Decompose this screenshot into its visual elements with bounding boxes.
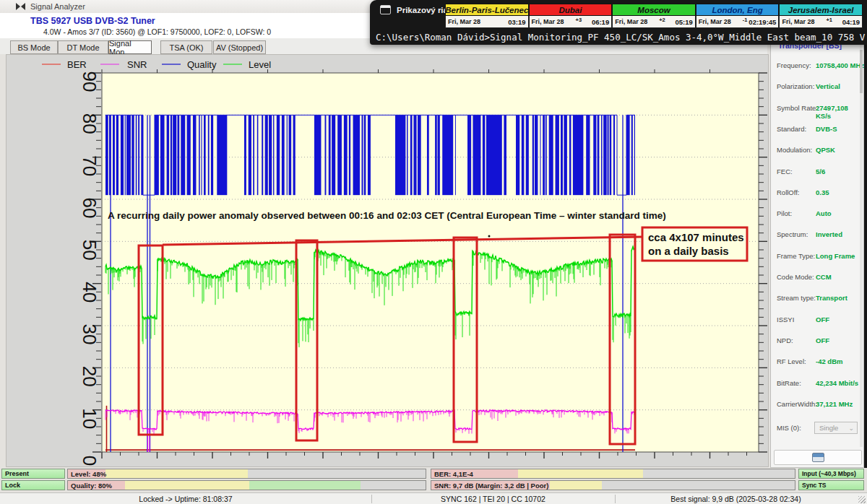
transponder-field: Frame Type:Long Frame <box>771 252 865 262</box>
resize-grip[interactable] <box>858 496 866 503</box>
indicator-lock: Lock <box>1 480 65 490</box>
field-value: Inverted <box>816 230 842 238</box>
tuner-settings: 4.0W - Amos 3/7 (ID: 3560) @ LOF1: 97500… <box>43 27 271 36</box>
y-axis-label: 40 <box>79 282 100 303</box>
chart-annotation-text: A recurring daily power anomaly observed… <box>108 210 666 221</box>
mis-value: Single <box>819 424 838 432</box>
legend-label-quality: Quality <box>187 59 217 70</box>
field-label: FEC: <box>777 168 793 175</box>
field-label: Symbol Rate: <box>777 104 818 112</box>
anomaly-label-line2: on a daily basis <box>648 245 729 257</box>
mode-button-signal-mon-[interactable]: Signal Mon. <box>108 40 152 54</box>
background-window-edge <box>864 0 867 468</box>
indicator-sync-ts: Sync TS <box>798 480 864 490</box>
window-title: Signal Analyzer <box>30 2 85 11</box>
y-axis-label: 60 <box>79 198 100 219</box>
clock-time: Fri, Mar 28+306:19 <box>529 16 613 28</box>
mode-button-dt-mode[interactable]: DT Mode <box>58 40 108 54</box>
field-value: 10758,400 MHz <box>816 61 864 69</box>
mode-button-av-stopped-[interactable]: AV (Stopped) <box>213 40 266 54</box>
field-label: ISSYI <box>777 316 794 323</box>
field-value: Long Frame <box>816 252 855 260</box>
quality-series <box>105 115 635 195</box>
field-value: Vertical <box>816 82 840 90</box>
field-label: Spectrum: <box>777 230 808 238</box>
field-value: 27497,108 KS/s <box>816 104 865 120</box>
clock-city: Berlin-Paris-Lučenec <box>445 4 529 16</box>
field-value: 5/6 <box>816 168 825 175</box>
meter-quality: Quality: 80% <box>67 480 426 490</box>
legend-label-snr: SNR <box>127 59 147 70</box>
y-axis-label: 30 <box>79 324 100 345</box>
transponder-field: BitRate:42,234 Mbit/s <box>771 379 865 389</box>
field-label: Code Mode: <box>777 273 814 281</box>
clock-city: Jerusalem-Israel <box>779 4 863 16</box>
field-label: Pilot: <box>777 209 792 217</box>
field-value: Auto <box>816 209 832 217</box>
meter-snr: SNR: 9,7 dB (Margin: 3,2 dB | Poor) <box>431 480 795 490</box>
indicator-input-mbps-: Input (~40,3 Mbps) <box>798 469 864 479</box>
transponder-field: NPD:OFF <box>771 336 865 347</box>
y-axis-label: 80 <box>79 113 100 134</box>
command-prompt-window[interactable]: Prikazový riadok Berlin-Paris-LučenecDub… <box>370 0 867 45</box>
field-value: OFF <box>816 336 829 344</box>
field-value: CCM <box>816 273 832 281</box>
y-axis-label: 70 <box>79 155 100 176</box>
tuner-name: TBS 5927 USB DVB-S2 Tuner <box>30 16 155 26</box>
clock-city: London, Eng <box>696 4 780 16</box>
field-label: Frame Type: <box>777 252 815 260</box>
panel-action-button[interactable] <box>774 450 862 465</box>
field-value: OFF <box>816 316 829 323</box>
signal-chart-area: 0102030405060708090BERSNRQualityLevelcca… <box>6 54 769 467</box>
mis-label: MIS (0): <box>777 424 801 432</box>
status-best-signal: Best signal: 9,9 dB (2025-03-28 02:34) <box>615 494 857 504</box>
chart-svg: 0102030405060708090BERSNRQualityLevelcca… <box>7 55 768 466</box>
transponder-field: Stream type:Transport <box>771 294 865 304</box>
field-label: RF Level: <box>777 357 806 365</box>
transponder-field: Spectrum:Inverted <box>771 230 865 240</box>
mode-button-tsa-ok-[interactable]: TSA (OK) <box>160 40 212 54</box>
transponder-field: CarrierWidth:37,121 MHz <box>771 400 865 410</box>
field-value: 42,234 Mbit/s <box>816 379 858 387</box>
status-sync: SYNC 162 | TEI 20 | CC 10702 <box>371 494 615 504</box>
clock-city: Dubai <box>529 4 613 16</box>
transponder-field: ISSYIOFF <box>771 316 865 326</box>
mode-button-bs-mode[interactable]: BS Mode <box>10 40 58 54</box>
transponder-field: RF Level:-42 dBm <box>771 357 865 368</box>
field-label: Frequency: <box>777 61 811 69</box>
field-label: Polarization: <box>777 82 814 90</box>
clock-city: Moscow <box>612 4 696 16</box>
app-logo-icon <box>16 3 25 11</box>
field-label: NPD: <box>777 336 793 344</box>
field-value: 37,121 MHz <box>816 400 853 408</box>
field-label: BitRate: <box>777 379 801 387</box>
mis-dropdown[interactable]: Single ⌄ <box>814 422 858 434</box>
transponder-field: Modulation:QPSK <box>771 146 865 156</box>
meter-ber: BER: 4,1E-4 <box>431 469 795 479</box>
transponder-field: Frequency:10758,400 MHz <box>771 61 865 71</box>
field-value: DVB-S <box>816 125 837 133</box>
console-icon <box>380 5 391 14</box>
y-axis-label: 20 <box>79 366 100 387</box>
y-axis-label: 90 <box>79 71 100 92</box>
clock-time: Fri, Mar 28+104:19 <box>779 16 863 28</box>
field-label: Stream type: <box>777 294 816 302</box>
chevron-down-icon: ⌄ <box>848 425 854 432</box>
y-axis-label: 50 <box>79 240 100 261</box>
transponder-field: FEC:5/6 <box>771 168 865 178</box>
stray-dot <box>488 235 491 238</box>
field-label: RollOff: <box>777 188 800 196</box>
device-icon <box>812 453 824 462</box>
transponder-field: Symbol Rate:27497,108 KS/s <box>771 104 865 114</box>
panel-scrollbar[interactable] <box>860 43 863 447</box>
clock-time: Fri, Mar 2803:19 <box>445 16 529 28</box>
meter-level: Level: 48% <box>67 469 426 479</box>
world-clocks: Berlin-Paris-LučenecDubaiMoscowLondon, E… <box>445 4 863 28</box>
field-value: QPSK <box>816 146 835 154</box>
field-label: Standard: <box>777 125 806 133</box>
legend-label-level: Level <box>249 59 271 70</box>
transponder-field: Polarization:Vertical <box>771 82 865 92</box>
clock-time: Fri, Mar 28+205:19 <box>612 16 696 28</box>
field-value: 0.35 <box>816 188 829 196</box>
y-axis-label: 0 <box>79 456 100 466</box>
